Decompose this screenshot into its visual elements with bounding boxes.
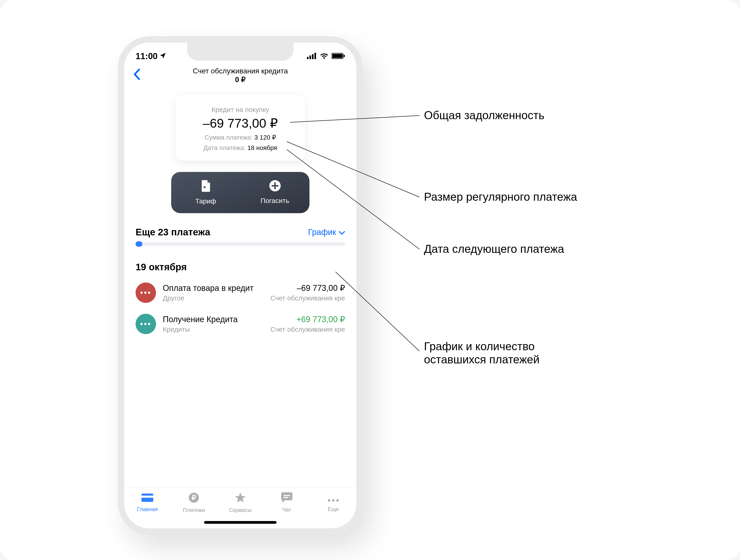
svg-rect-0: [307, 57, 308, 59]
tariff-label: Тариф: [195, 197, 216, 205]
annotation-schedule: График и количество оставшихся платежей: [424, 340, 540, 366]
svg-rect-6: [344, 55, 345, 57]
phone-frame: 11:00: [118, 36, 363, 535]
tariff-button[interactable]: Тариф: [171, 180, 240, 205]
svg-point-16: [332, 499, 335, 501]
header: Счет обслуживания кредита 0 ₽: [124, 65, 356, 90]
header-balance: 0 ₽: [193, 75, 288, 84]
svg-rect-1: [309, 55, 311, 59]
status-time: 11:00: [135, 51, 158, 61]
transaction-category: Другое: [163, 294, 184, 302]
location-icon: [159, 51, 166, 61]
header-title: Счет обслуживания кредита: [193, 67, 288, 75]
tab-chat-label: Чат: [263, 507, 310, 513]
payment-date-label: Дата платежа:: [203, 144, 246, 151]
tab-payments-label: Платежи: [171, 507, 217, 513]
svg-rect-10: [142, 496, 153, 498]
chevron-down-icon: [339, 227, 345, 237]
transaction-amount: +69 773,00 ₽: [296, 315, 345, 324]
payment-amount-value: 3 120 ₽: [254, 134, 276, 141]
document-icon: [171, 180, 240, 194]
action-panel: Тариф Погасить: [171, 172, 309, 213]
back-button[interactable]: [131, 68, 143, 83]
card-label: Кредит на покупку: [185, 106, 296, 113]
chat-icon: [263, 492, 310, 505]
payment-amount-label: Сумма платежа:: [204, 134, 253, 141]
cellular-icon: [307, 51, 317, 61]
transaction-amount: –69 773,00 ₽: [297, 284, 345, 293]
transaction-title: Получение Кредита: [163, 315, 238, 324]
transaction-category-icon: •••: [135, 314, 156, 334]
phone-screen: 11:00: [124, 42, 356, 528]
tab-more-label: Еще: [310, 506, 356, 513]
transaction-category-icon: •••: [135, 283, 156, 303]
annotation-regular-payment: Размер регулярного платежа: [424, 190, 577, 203]
tab-home[interactable]: Главная: [124, 488, 171, 528]
card-balance: –69 773,00 ₽: [185, 116, 296, 130]
svg-text:₽: ₽: [192, 493, 196, 501]
payment-progress: [135, 242, 345, 246]
repay-label: Погасить: [261, 197, 289, 204]
notch: [187, 42, 294, 61]
annotation-total-debt: Общая задолженность: [424, 109, 544, 122]
schedule-link[interactable]: График: [308, 227, 345, 237]
svg-point-17: [336, 499, 339, 501]
svg-point-15: [328, 499, 330, 501]
transaction-date-header: 19 октября: [124, 246, 356, 277]
more-icon: [310, 492, 356, 505]
annotation-next-date: Дата следующего платежа: [424, 242, 564, 255]
transaction-row[interactable]: ••• Оплата товара в кредит –69 773,00 ₽ …: [124, 277, 356, 308]
transaction-category: Кредиты: [163, 326, 190, 333]
tab-services-label: Сервисы: [217, 507, 264, 513]
ruble-icon: ₽: [171, 492, 217, 506]
svg-point-7: [203, 186, 205, 188]
transaction-row[interactable]: ••• Получение Кредита +69 773,00 ₽ Креди…: [124, 308, 356, 340]
star-icon: [217, 492, 264, 506]
progress-indicator: [135, 241, 143, 247]
battery-icon: [332, 51, 345, 61]
transaction-title: Оплата товара в кредит: [163, 284, 254, 293]
tab-home-label: Главная: [124, 506, 171, 513]
svg-rect-14: [284, 497, 288, 498]
plus-circle-icon: [240, 180, 309, 194]
card-icon: [124, 492, 171, 505]
transaction-account: Счет обслуживания кре: [270, 326, 345, 333]
schedule-link-label: График: [308, 227, 336, 237]
payments-left-title: Еще 23 платежа: [135, 227, 210, 238]
tab-more[interactable]: Еще: [310, 488, 356, 528]
wifi-icon: [320, 51, 329, 61]
svg-rect-2: [312, 54, 313, 59]
credit-card-summary[interactable]: Кредит на покупку –69 773,00 ₽ Сумма пла…: [176, 95, 305, 160]
repay-button[interactable]: Погасить: [240, 180, 309, 205]
svg-rect-5: [332, 54, 343, 58]
home-indicator[interactable]: [204, 521, 277, 524]
payment-date-value: 18 ноября: [247, 144, 277, 151]
transaction-account: Счет обслуживания кре: [270, 294, 345, 302]
svg-rect-3: [314, 53, 316, 59]
svg-rect-13: [284, 495, 290, 496]
